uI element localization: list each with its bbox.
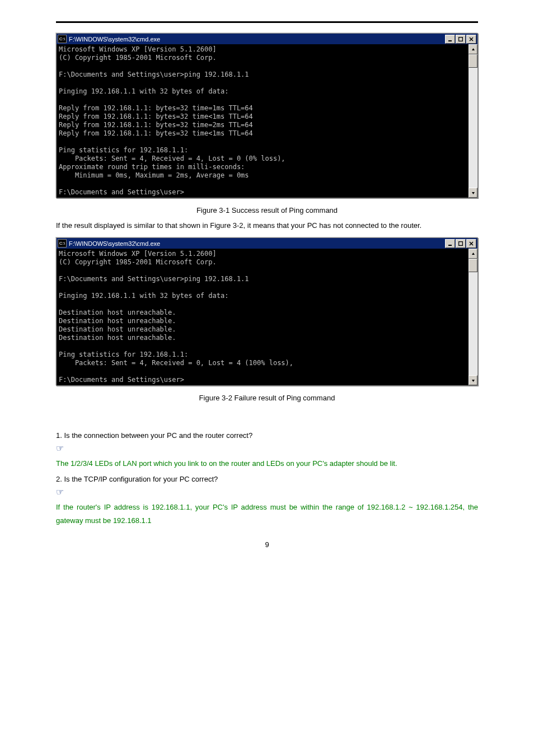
check-question-2: 2. Is the TCP/IP configuration for your … bbox=[56, 475, 478, 483]
cmd-window-failure: C:\ F:\WINDOWS\system32\cmd.exe Microsof… bbox=[56, 237, 478, 386]
svg-rect-0 bbox=[448, 40, 452, 41]
svg-rect-1 bbox=[459, 37, 463, 41]
figure-caption-1: Figure 3-1 Success result of Ping comman… bbox=[56, 206, 478, 214]
cmd-titlebar[interactable]: C:\ F:\WINDOWS\system32\cmd.exe bbox=[57, 238, 477, 249]
cmd-system-icon: C:\ bbox=[58, 35, 67, 43]
scroll-thumb[interactable] bbox=[469, 259, 477, 272]
cmd-title-text: F:\WINDOWS\system32\cmd.exe bbox=[69, 36, 445, 43]
page-number: 9 bbox=[56, 540, 478, 549]
note-text-2: If the router's IP address is 192.168.1.… bbox=[56, 501, 478, 528]
check-question-1: 1. Is the connection between your PC and… bbox=[56, 431, 478, 440]
svg-marker-4 bbox=[472, 48, 475, 50]
svg-marker-10 bbox=[472, 253, 475, 255]
note-pointer-1: ☞ bbox=[56, 443, 478, 454]
cmd-window-success: C:\ F:\WINDOWS\system32\cmd.exe Microsof… bbox=[56, 33, 478, 198]
cmd-output: Microsoft Windows XP [Version 5.1.2600] … bbox=[57, 44, 469, 198]
figure-caption-2: Figure 3-2 Failure result of Ping comman… bbox=[56, 394, 478, 402]
scroll-down-icon[interactable] bbox=[469, 375, 477, 385]
scroll-track[interactable] bbox=[469, 68, 477, 188]
cmd-system-icon: C:\ bbox=[58, 239, 67, 248]
cmd-titlebar[interactable]: C:\ F:\WINDOWS\system32\cmd.exe bbox=[57, 34, 477, 44]
cmd-output: Microsoft Windows XP [Version 5.1.2600] … bbox=[57, 249, 469, 385]
minimize-button[interactable] bbox=[445, 35, 455, 44]
scrollbar[interactable] bbox=[469, 249, 477, 385]
svg-rect-6 bbox=[448, 245, 452, 246]
cmd-title-text: F:\WINDOWS\system32\cmd.exe bbox=[69, 240, 445, 247]
close-button[interactable] bbox=[466, 35, 476, 44]
document-page: C:\ F:\WINDOWS\system32\cmd.exe Microsof… bbox=[0, 0, 534, 566]
minimize-button[interactable] bbox=[445, 239, 455, 248]
header-rule-thin bbox=[56, 22, 478, 23]
scroll-up-icon[interactable] bbox=[469, 44, 477, 54]
svg-marker-5 bbox=[472, 192, 475, 194]
note-text-1: The 1/2/3/4 LEDs of LAN port which you l… bbox=[56, 457, 478, 470]
svg-marker-11 bbox=[472, 380, 475, 382]
scroll-down-icon[interactable] bbox=[469, 188, 477, 198]
svg-rect-7 bbox=[459, 241, 463, 245]
scroll-thumb[interactable] bbox=[469, 54, 477, 68]
scroll-track[interactable] bbox=[469, 272, 477, 375]
scrollbar[interactable] bbox=[469, 44, 477, 198]
note-pointer-2: ☞ bbox=[56, 487, 478, 497]
maximize-button[interactable] bbox=[456, 35, 466, 44]
close-button[interactable] bbox=[466, 239, 476, 248]
pointing-hand-icon: ☞ bbox=[56, 444, 64, 453]
scroll-up-icon[interactable] bbox=[469, 249, 477, 259]
pointing-hand-icon: ☞ bbox=[56, 487, 64, 497]
maximize-button[interactable] bbox=[456, 239, 466, 248]
paragraph-intro-failure: If the result displayed is similar to th… bbox=[56, 219, 478, 232]
